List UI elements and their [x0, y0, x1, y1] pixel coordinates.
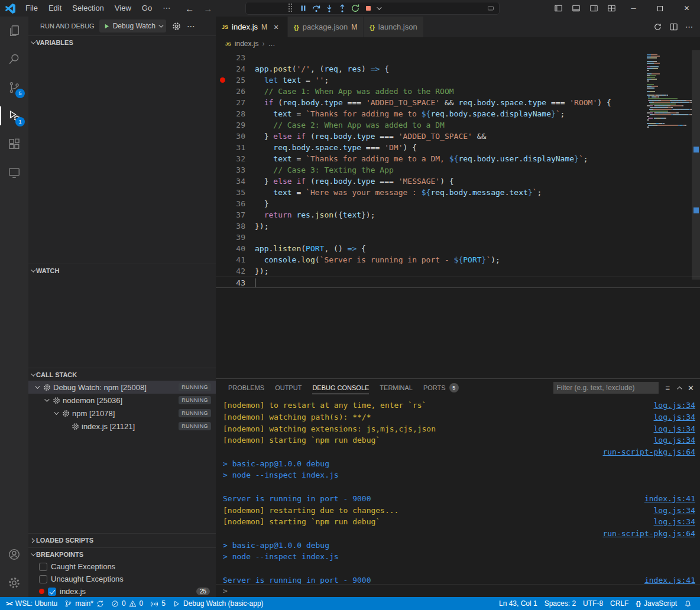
breadcrumb[interactable]: JS index.js › … — [216, 37, 700, 50]
menu-view[interactable]: View — [109, 0, 137, 17]
source-link[interactable]: index.js:41 — [644, 576, 695, 584]
accounts-button[interactable] — [0, 540, 28, 569]
code-editor[interactable]: 2324app.post('/', (req, res) => {25 let … — [216, 50, 700, 378]
call-stack-row-session[interactable]: Debug Watch: npm [25008]RUNNING — [28, 381, 216, 394]
debug-session-status[interactable]: Debug Watch (basic-app) — [169, 597, 267, 610]
command-center-action-icon[interactable] — [487, 5, 494, 12]
git-branch-status[interactable]: main* — [61, 597, 108, 610]
menu-edit[interactable]: Edit — [43, 0, 67, 17]
clear-console-icon[interactable]: ≡ — [666, 384, 670, 392]
debug-config-dropdown[interactable]: Debug Watch — [99, 20, 166, 33]
eol-status[interactable]: CRLF — [607, 597, 632, 610]
breakpoint-gutter[interactable] — [216, 198, 229, 209]
source-link[interactable]: log.js:34 — [654, 401, 695, 410]
editor-scrollbar[interactable] — [692, 50, 700, 378]
breakpoint-gutter[interactable] — [216, 108, 229, 119]
sidebar-item-search[interactable] — [0, 45, 28, 73]
breakpoint-gutter[interactable] — [216, 142, 229, 153]
source-link[interactable]: index.js:41 — [644, 494, 695, 503]
section-variables[interactable]: VARIABLES — [28, 36, 216, 48]
close-icon[interactable]: × — [271, 22, 281, 32]
breakpoint-gutter[interactable] — [216, 176, 229, 187]
notifications-bell[interactable] — [680, 597, 695, 610]
console-input-row[interactable]: > — [216, 584, 700, 597]
language-status[interactable]: {} JavaScript — [632, 597, 680, 610]
remote-indicator[interactable]: >< WSL: Ubuntu — [2, 597, 61, 610]
breakpoint-gutter[interactable] — [216, 232, 229, 243]
breakpoint-gutter[interactable] — [216, 220, 229, 232]
source-link[interactable]: log.js:34 — [654, 424, 695, 433]
pause-button[interactable] — [297, 2, 310, 15]
sidebar-item-run-and-debug[interactable]: 1 — [0, 102, 28, 130]
source-link[interactable]: run-script-pkg.js:64 — [602, 529, 695, 538]
sidebar-item-extensions[interactable] — [0, 130, 28, 158]
stop-button[interactable] — [362, 2, 375, 15]
breakpoint-gutter[interactable] — [216, 131, 229, 142]
editor-more-actions-icon[interactable]: ⋯ — [685, 22, 693, 31]
sidebar-item-explorer[interactable] — [0, 17, 28, 45]
close-window-button[interactable]: ✕ — [673, 0, 700, 17]
source-link[interactable]: log.js:34 — [654, 506, 695, 515]
call-stack-row-nodemon[interactable]: nodemon [25036]RUNNING — [28, 394, 216, 407]
command-center[interactable] — [245, 2, 500, 15]
breadcrumb-file[interactable]: index.js — [235, 40, 259, 48]
tab-launch-json[interactable]: {}launch.json — [364, 17, 423, 37]
checkbox[interactable] — [39, 563, 47, 571]
call-stack-row-indexjs[interactable]: index.js [21121]RUNNING — [28, 420, 216, 433]
section-call-stack[interactable]: CALL STACK — [28, 368, 216, 381]
open-launch-config-gear-icon[interactable] — [172, 22, 181, 31]
indentation-status[interactable]: Spaces: 2 — [541, 597, 579, 610]
menu-file[interactable]: File — [20, 0, 43, 17]
breakpoint-gutter[interactable] — [216, 52, 229, 63]
step-into-button[interactable] — [323, 2, 336, 15]
sidebar-item-source-control[interactable]: 5 — [0, 73, 28, 102]
call-stack-row-npm[interactable]: npm [21078]RUNNING — [28, 407, 216, 420]
tab-index-js[interactable]: JSindex.jsM× — [216, 17, 288, 37]
panel-tab-debug-console[interactable]: DEBUG CONSOLE — [307, 379, 374, 397]
breakpoint-gutter[interactable] — [216, 265, 229, 277]
forward-button[interactable]: → — [203, 4, 212, 14]
view-more-actions-icon[interactable]: ⋯ — [187, 21, 195, 31]
encoding-status[interactable]: UTF-8 — [579, 597, 607, 610]
scrollbar-thumb[interactable] — [692, 50, 700, 280]
step-over-button[interactable] — [310, 2, 323, 15]
close-panel-icon[interactable]: ✕ — [688, 384, 694, 392]
source-link[interactable]: log.js:34 — [654, 517, 695, 526]
open-changes-icon[interactable] — [653, 22, 662, 31]
tab-package-json[interactable]: {}package.jsonM — [288, 17, 364, 37]
maximize-panel-icon[interactable] — [677, 384, 680, 392]
restart-button[interactable] — [349, 2, 362, 15]
source-link[interactable]: run-script-pkg.js:64 — [602, 447, 695, 456]
split-editor-icon[interactable] — [669, 22, 678, 31]
toggle-primary-sidebar-icon[interactable] — [554, 4, 563, 12]
section-loaded-scripts[interactable]: LOADED SCRIPTS — [28, 534, 216, 546]
forwarded-ports-status[interactable]: 5 — [147, 597, 169, 610]
back-button[interactable]: ← — [185, 4, 194, 14]
menu-go[interactable]: Go — [137, 0, 157, 17]
panel-tab-ports[interactable]: PORTS5 — [418, 379, 464, 397]
breakpoint-gutter[interactable] — [216, 86, 229, 97]
panel-tab-problems[interactable]: PROBLEMS — [223, 379, 270, 397]
maximize-button[interactable] — [647, 0, 673, 17]
checkbox[interactable] — [48, 588, 56, 596]
minimize-button[interactable]: ─ — [620, 0, 647, 17]
toggle-panel-icon[interactable] — [572, 4, 581, 12]
breakpoint-row-caught-exceptions[interactable]: Caught Exceptions — [28, 560, 216, 573]
breakpoint-gutter[interactable] — [216, 209, 229, 220]
panel-tab-terminal[interactable]: TERMINAL — [374, 379, 418, 397]
breakpoint-gutter[interactable] — [216, 74, 229, 86]
breakpoint-gutter[interactable] — [216, 119, 229, 131]
panel-tab-output[interactable]: OUTPUT — [270, 379, 307, 397]
menu-more[interactable]: ⋯ — [157, 0, 176, 17]
menu-selection[interactable]: Selection — [67, 0, 109, 17]
breadcrumb-symbol-ellipsis[interactable]: … — [268, 40, 275, 48]
breakpoint-gutter[interactable] — [216, 97, 229, 108]
breakpoint-row-index-js[interactable]: index.js25 — [28, 585, 216, 597]
debug-toolbar-drag-handle[interactable] — [289, 4, 293, 13]
problems-status[interactable]: 0 0 — [108, 597, 147, 610]
breakpoint-gutter[interactable] — [216, 164, 229, 176]
sidebar-item-remote-explorer[interactable] — [0, 158, 28, 187]
console-filter-input[interactable] — [553, 382, 659, 394]
stop-options-chevron-icon[interactable] — [375, 2, 382, 15]
checkbox[interactable] — [39, 575, 47, 583]
